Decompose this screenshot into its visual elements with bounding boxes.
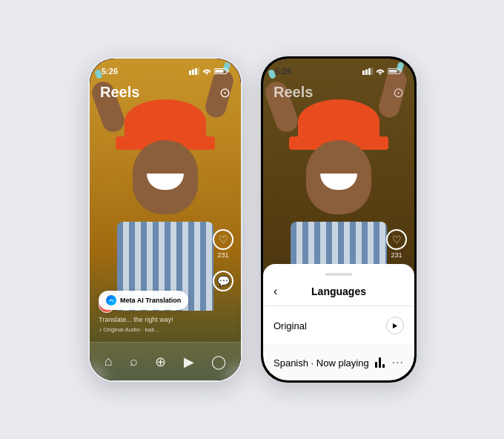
status-bar-right: 5:26: [263, 59, 414, 79]
caption-left: Translate... the right way!: [99, 316, 232, 323]
camera-icon-right[interactable]: ⊙: [393, 85, 404, 101]
languages-panel: ‹ Languages Original Spanish · Now playi…: [263, 264, 414, 380]
heart-count-left: 231: [217, 251, 228, 259]
status-bar-left: 5:26: [90, 59, 241, 79]
svg-rect-11: [368, 68, 371, 75]
svg-rect-9: [362, 70, 365, 75]
heart-count-right: 231: [391, 251, 402, 259]
hat-r: [298, 99, 379, 144]
svg-point-13: [379, 73, 381, 75]
heart-btn-left[interactable]: ♡ 231: [213, 229, 233, 259]
panel-header: ‹ Languages: [263, 285, 414, 306]
panel-handle: [325, 273, 352, 276]
comment-btn-left[interactable]: 💬: [213, 271, 233, 291]
svg-rect-3: [198, 67, 199, 75]
svg-rect-15: [389, 70, 397, 73]
status-time-right: 5:26: [275, 67, 291, 76]
spanish-language-item[interactable]: Spanish · Now playing ···: [263, 346, 414, 380]
phone-left: 5:26 Reels ⊙ ♡ 231 💬: [87, 56, 243, 383]
status-icons-left: [189, 67, 229, 75]
status-time-left: 5:26: [102, 67, 118, 76]
svg-rect-2: [195, 68, 197, 75]
svg-point-8: [108, 297, 114, 303]
eq-bar-1: [375, 362, 377, 368]
svg-rect-6: [216, 70, 224, 73]
right-screen: 5:26 Reels ⊙ ♡ 231 💬: [263, 59, 414, 380]
original-lang-label: Original: [273, 320, 307, 331]
reels-title-left: Reels: [100, 84, 139, 101]
heart-btn-right[interactable]: ♡ 231: [386, 229, 407, 259]
svg-rect-16: [401, 70, 402, 73]
more-options-button[interactable]: ···: [392, 356, 404, 369]
phones-container: 5:26 Reels ⊙ ♡ 231 💬: [87, 56, 417, 383]
nav-search-icon[interactable]: ⌕: [130, 354, 138, 369]
reels-header-left: Reels ⊙: [90, 79, 241, 105]
heart-icon-right: ♡: [386, 229, 407, 250]
right-icons-left: ♡ 231 💬: [213, 229, 233, 291]
panel-title: Languages: [311, 285, 366, 297]
svg-rect-7: [228, 70, 229, 73]
play-original-icon[interactable]: [386, 317, 404, 334]
comment-icon-left: 💬: [213, 271, 233, 291]
nav-add-icon[interactable]: ⊕: [155, 354, 166, 370]
nav-profile-icon[interactable]: ◯: [211, 354, 226, 370]
audio-info-left: ♪ Original Audio · kali...: [99, 326, 232, 333]
reels-header-right: Reels ⊙: [263, 79, 414, 105]
meta-ai-label: Meta AI Translation: [120, 297, 181, 304]
meta-logo-icon: [106, 295, 116, 306]
svg-rect-10: [365, 70, 368, 76]
left-screen: 5:26 Reels ⊙ ♡ 231 💬: [90, 59, 241, 380]
nav-home-icon[interactable]: ⌂: [105, 354, 113, 369]
svg-marker-17: [393, 323, 397, 329]
hat: [125, 99, 206, 144]
equalizer-icon: [375, 357, 385, 368]
camera-icon-left[interactable]: ⊙: [219, 85, 231, 101]
status-icons-right: [362, 67, 402, 75]
eq-bar-3: [382, 364, 385, 368]
svg-rect-12: [371, 67, 373, 75]
svg-rect-1: [192, 70, 194, 76]
bottom-nav-left: ⌂ ⌕ ⊕ ▶ ◯: [90, 342, 241, 380]
spanish-lang-controls: ···: [375, 356, 404, 369]
spanish-lang-label: Spanish · Now playing: [273, 357, 369, 369]
meta-ai-tooltip[interactable]: Meta AI Translation: [99, 291, 188, 310]
reels-title-right: Reels: [273, 84, 313, 101]
nav-reels-icon[interactable]: ▶: [184, 354, 194, 370]
svg-rect-0: [189, 70, 191, 75]
heart-icon-left: ♡: [213, 229, 233, 250]
back-button[interactable]: ‹: [273, 285, 277, 298]
eq-bar-2: [379, 357, 381, 368]
original-language-item[interactable]: Original: [263, 306, 414, 346]
phone-right: 5:26 Reels ⊙ ♡ 231 💬: [261, 56, 417, 383]
svg-point-4: [206, 73, 208, 75]
